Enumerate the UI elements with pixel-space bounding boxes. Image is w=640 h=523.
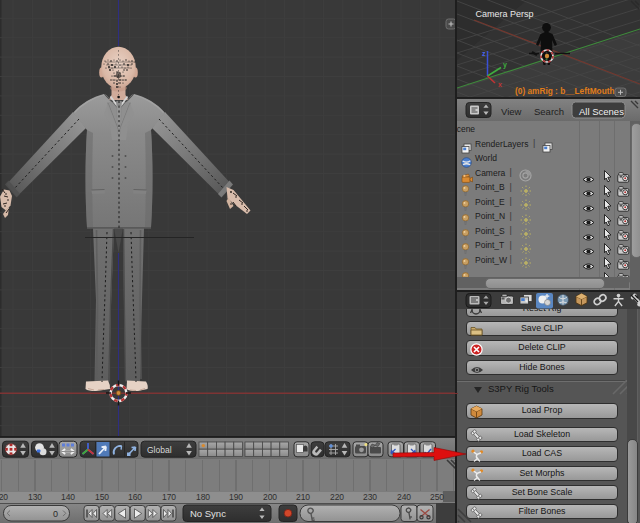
- svg-text:0: 0: [53, 509, 58, 519]
- svg-text:Camera Persp: Camera Persp: [476, 9, 534, 19]
- svg-text:(0) amRig : b__LeftMouth: (0) amRig : b__LeftMouth: [515, 86, 615, 96]
- svg-text:No Sync: No Sync: [190, 508, 226, 519]
- svg-text:z: z: [482, 50, 486, 57]
- svg-text:y: y: [503, 61, 507, 69]
- svg-text:View: View: [501, 106, 522, 117]
- svg-text:Global: Global: [147, 445, 172, 455]
- svg-text:All Scenes: All Scenes: [579, 106, 624, 117]
- svg-text:x: x: [498, 81, 502, 88]
- svg-text:Search: Search: [534, 106, 564, 117]
